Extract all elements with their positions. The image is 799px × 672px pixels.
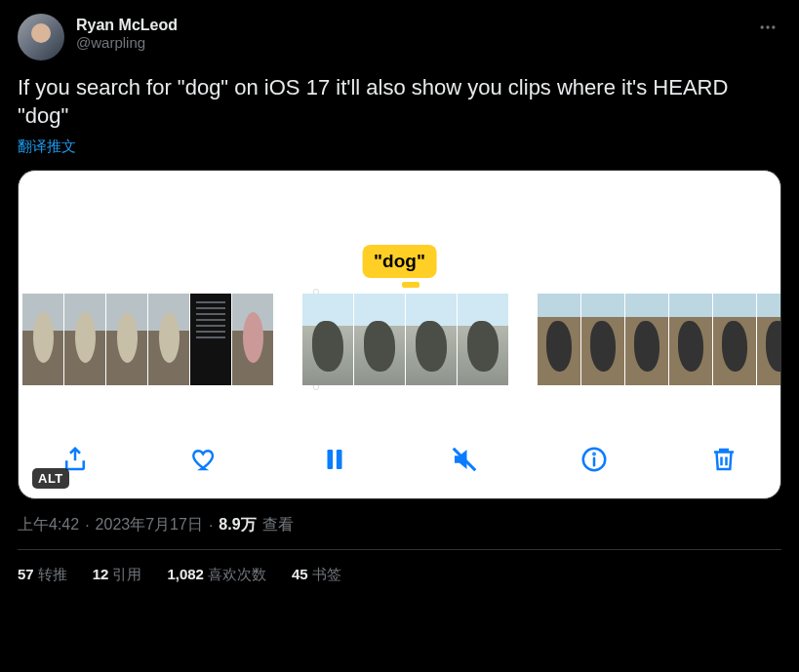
quotes-item[interactable]: 12引用	[93, 566, 142, 584]
meta-separator: ·	[85, 517, 89, 534]
likes-label: 喜欢次数	[208, 566, 266, 582]
tweet-text: If you search for "dog" on iOS 17 it'll …	[18, 74, 781, 130]
likes-item[interactable]: 1,082喜欢次数	[167, 566, 266, 584]
timeline-clip[interactable]	[302, 294, 508, 385]
svg-point-0	[761, 25, 764, 28]
retweets-label: 转推	[38, 566, 67, 582]
search-highlight-tick	[402, 282, 419, 288]
bookmarks-count: 45	[292, 566, 308, 582]
info-button[interactable]	[577, 442, 612, 477]
media-toolbar	[19, 442, 780, 477]
engagement-bar: 57转推 12引用 1,082喜欢次数 45书签	[18, 550, 781, 584]
svg-point-2	[772, 25, 775, 28]
quotes-label: 引用	[112, 566, 141, 582]
likes-count: 1,082	[167, 566, 204, 582]
delete-button[interactable]	[706, 442, 741, 477]
tweet-container: Ryan McLeod @warpling If you search for …	[0, 0, 799, 584]
svg-point-7	[593, 454, 594, 455]
heart-icon	[190, 445, 220, 474]
speaker-muted-icon	[450, 445, 479, 474]
meta-separator: ·	[209, 517, 213, 534]
bookmarks-label: 书签	[312, 566, 341, 582]
display-name: Ryan McLeod	[76, 16, 178, 34]
views-count: 8.9万	[219, 515, 256, 535]
views-label: 查看	[262, 515, 294, 535]
retweets-count: 57	[18, 566, 34, 582]
pause-icon	[320, 445, 349, 474]
bookmarks-item[interactable]: 45书签	[292, 566, 341, 584]
quotes-count: 12	[93, 566, 109, 582]
date[interactable]: 2023年7月17日	[96, 515, 203, 535]
search-highlight-badge: "dog"	[362, 245, 437, 278]
timeline-clip[interactable]	[538, 294, 781, 385]
retweets-item[interactable]: 57转推	[18, 566, 67, 584]
author-names[interactable]: Ryan McLeod @warpling	[76, 14, 178, 52]
trash-icon	[709, 445, 739, 474]
handle: @warpling	[76, 34, 178, 52]
video-timeline[interactable]	[19, 294, 780, 385]
translate-link[interactable]: 翻译推文	[18, 138, 781, 156]
avatar[interactable]	[18, 14, 64, 60]
more-icon	[758, 18, 778, 37]
timeline-clip[interactable]	[22, 294, 273, 385]
more-button[interactable]	[754, 14, 781, 45]
media-card[interactable]: "dog"	[18, 170, 781, 499]
svg-rect-4	[337, 450, 342, 469]
mute-button[interactable]	[447, 442, 482, 477]
info-icon	[579, 445, 609, 474]
pause-button[interactable]	[317, 442, 352, 477]
svg-point-1	[766, 25, 769, 28]
tweet-header: Ryan McLeod @warpling	[18, 14, 781, 60]
svg-rect-3	[328, 450, 334, 469]
timestamp[interactable]: 上午4:42	[18, 515, 79, 535]
tweet-meta: 上午4:42 · 2023年7月17日 · 8.9万 查看	[18, 515, 781, 535]
alt-badge[interactable]: ALT	[32, 468, 69, 489]
like-button[interactable]	[187, 442, 222, 477]
